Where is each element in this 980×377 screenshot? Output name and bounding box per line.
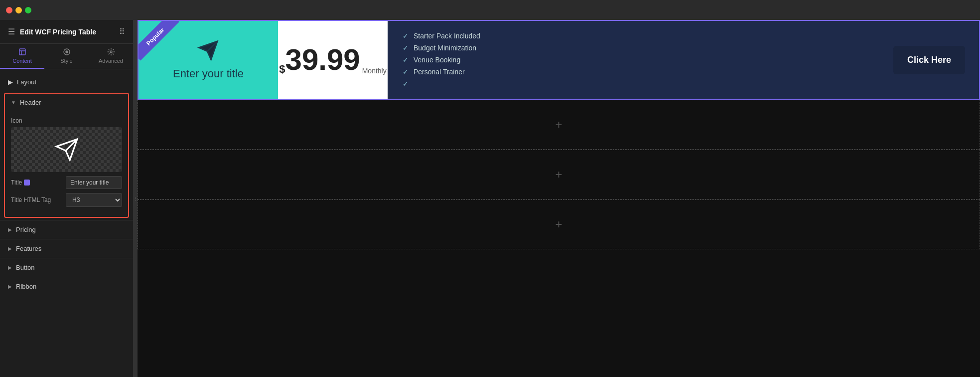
header-section-body: Icon Title ⊟	[5, 111, 128, 217]
title-row: Title ⊟	[11, 176, 122, 189]
check-icon-2: ✓	[403, 44, 409, 52]
check-icon-1: ✓	[403, 32, 409, 40]
card-send-icon	[197, 39, 219, 61]
sidebar-content: ▶ Layout ▼ Header Icon	[0, 69, 133, 377]
add-icon-1: +	[555, 118, 562, 132]
add-icon-3: +	[555, 217, 562, 231]
pricing-card: Popular Enter your title $ 39.99	[138, 20, 980, 100]
title-label: Title	[11, 179, 66, 186]
feature-item: ✓ Personal Trainer	[403, 68, 864, 76]
click-here-button[interactable]: Click Here	[893, 46, 965, 74]
layout-arrow-icon: ▶	[8, 78, 13, 86]
empty-section-1[interactable]: +	[138, 100, 980, 150]
minimize-button[interactable]	[15, 7, 22, 13]
title-input[interactable]	[66, 177, 122, 188]
content-icon	[18, 48, 26, 56]
tab-style[interactable]: Style	[44, 44, 89, 69]
check-icon-3: ✓	[403, 56, 409, 64]
grid-icon[interactable]: ⠿	[119, 27, 125, 36]
empty-section-2[interactable]: +	[138, 150, 980, 199]
card-icon	[197, 39, 219, 63]
feature-item: ✓ Starter Pack Included	[403, 32, 864, 40]
title-html-tag-select[interactable]: H3 H1 H2 H4 H5 H6 div span p	[66, 193, 122, 207]
icon-label: Icon	[11, 117, 122, 124]
section-ribbon[interactable]: ▶ Ribbon	[0, 277, 133, 296]
send-icon	[54, 137, 79, 162]
dynamic-icon	[24, 180, 30, 186]
hamburger-icon[interactable]: ☰	[8, 27, 15, 36]
ribbon-arrow-icon: ▶	[8, 284, 12, 289]
tab-content[interactable]: Content	[0, 44, 44, 69]
header-section-toggle[interactable]: ▼ Header	[5, 94, 128, 111]
svg-rect-0	[19, 49, 25, 55]
section-features[interactable]: ▶ Features	[0, 239, 133, 258]
svg-point-2	[65, 50, 68, 53]
svg-point-3	[110, 51, 112, 53]
button-arrow-icon: ▶	[8, 265, 12, 270]
ribbon-text: Popular	[139, 21, 179, 60]
header-section: ▼ Header Icon Title	[4, 93, 129, 218]
maximize-button[interactable]	[25, 7, 31, 13]
title-bar	[0, 0, 980, 20]
main-content: Popular Enter your title $ 39.99	[138, 20, 980, 377]
style-icon	[63, 48, 71, 56]
feature-item: ✓ Budget Minimization	[403, 44, 864, 52]
check-icon-4: ✓	[403, 68, 409, 76]
check-icon-5: ✓	[403, 80, 409, 88]
sidebar: ☰ Edit WCF Pricing Table ⠿ Content Style	[0, 20, 134, 377]
section-button[interactable]: ▶ Button	[0, 258, 133, 277]
empty-section-3[interactable]: +	[138, 199, 980, 249]
add-icon-2: +	[555, 168, 562, 182]
tab-advanced[interactable]: Advanced	[89, 44, 133, 69]
card-button-area: Click Here	[879, 21, 979, 99]
section-layout[interactable]: ▶ Layout	[0, 73, 133, 91]
title-html-tag-label: Title HTML Tag	[11, 196, 66, 203]
main-layout: ☰ Edit WCF Pricing Table ⠿ Content Style	[0, 20, 980, 377]
sidebar-tabs: Content Style Advanced	[0, 44, 133, 69]
section-pricing[interactable]: ▶ Pricing	[0, 220, 133, 239]
sidebar-header: ☰ Edit WCF Pricing Table ⠿	[0, 20, 133, 44]
title-html-tag-row: Title HTML Tag H3 H1 H2 H4 H5 H6 div spa…	[11, 193, 122, 207]
icon-preview	[11, 127, 122, 172]
title-input-container: ⊟	[66, 176, 122, 189]
sidebar-title: Edit WCF Pricing Table	[20, 28, 96, 36]
resize-handle[interactable]: ⋮	[134, 20, 138, 377]
feature-item: ✓	[403, 80, 864, 88]
pricing-arrow-icon: ▶	[8, 227, 12, 232]
card-pricing: $ 39.99 Monthly	[278, 21, 388, 99]
features-arrow-icon: ▶	[8, 246, 12, 251]
price-currency: $	[279, 64, 285, 75]
card-features: ✓ Starter Pack Included ✓ Budget Minimiz…	[388, 21, 879, 99]
price-period: Monthly	[362, 67, 387, 75]
traffic-lights	[6, 7, 31, 13]
price-wrapper: $ 39.99 Monthly	[279, 45, 386, 75]
header-arrow-icon: ▼	[11, 100, 16, 105]
ribbon-badge: Popular	[139, 21, 188, 71]
feature-item: ✓ Venue Booking	[403, 56, 864, 64]
advanced-icon	[107, 48, 115, 56]
close-button[interactable]	[6, 7, 12, 13]
pricing-card-area: Popular Enter your title $ 39.99	[138, 20, 980, 100]
price-amount: 39.99	[285, 45, 360, 75]
